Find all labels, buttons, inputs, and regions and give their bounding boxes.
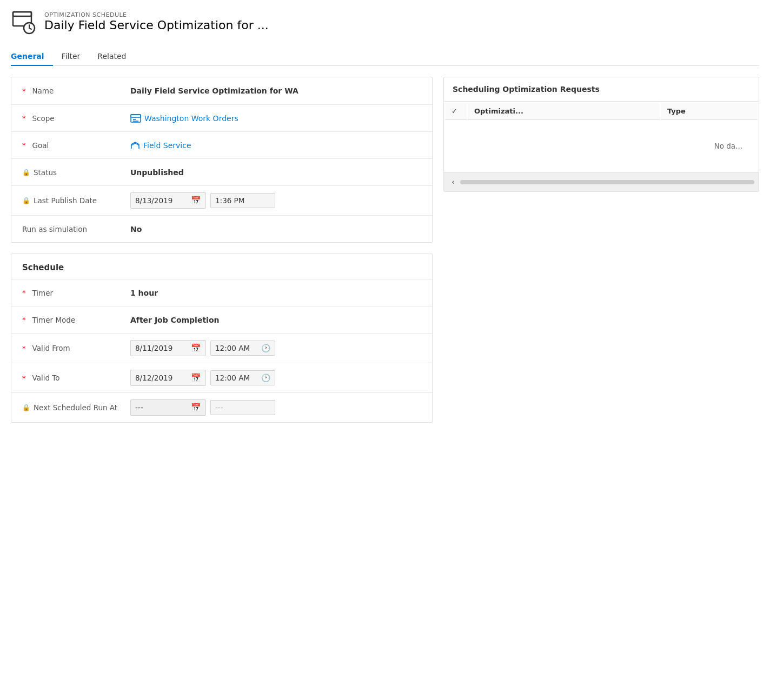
field-row-valid-from: * Valid From 8/11/2019 📅 12:00 AM 🕐 (11, 333, 432, 363)
field-value-last-publish: 8/13/2019 📅 1:36 PM (130, 192, 421, 209)
header-title: Daily Field Service Optimization for ... (44, 18, 269, 32)
right-panel: Scheduling Optimization Requests ✓ Optim… (443, 77, 759, 192)
no-data-message: No da... (452, 125, 751, 166)
optimization-requests-table: ✓ Optimizati... Type No da... (444, 102, 759, 172)
calendar-icon-valid-to: 📅 (191, 373, 201, 383)
page-header: OPTIMIZATION SCHEDULE Daily Field Servic… (11, 9, 759, 35)
field-value-timer-mode: After Job Completion (130, 316, 421, 324)
field-label-valid-from: * Valid From (22, 344, 130, 352)
field-label-goal: * Goal (22, 141, 130, 150)
optimization-schedule-icon (11, 9, 37, 35)
right-panel-title: Scheduling Optimization Requests (444, 77, 759, 102)
field-label-name: * Name (22, 86, 130, 95)
col-header-type[interactable]: Type (661, 103, 758, 120)
field-value-name: Daily Field Service Optimization for WA (130, 86, 421, 95)
time-input-valid-from[interactable]: 12:00 AM 🕐 (210, 341, 275, 356)
time-text-publish: 1:36 PM (215, 196, 270, 205)
datetime-group-next-run: --- 📅 --- (130, 399, 421, 416)
field-label-simulation: Run as simulation (22, 225, 130, 234)
time-text-next-run: --- (215, 403, 270, 412)
lock-icon-status: 🔒 (22, 169, 30, 176)
time-input-next-run[interactable]: --- (210, 400, 275, 415)
header-text-block: OPTIMIZATION SCHEDULE Daily Field Servic… (44, 11, 269, 32)
tab-bar: General Filter Related (11, 48, 759, 66)
clock-icon-valid-from: 🕐 (261, 344, 270, 352)
date-input-publish[interactable]: 8/13/2019 📅 (130, 192, 206, 209)
date-text-publish: 8/13/2019 (135, 196, 191, 205)
field-label-scope: * Scope (22, 114, 130, 123)
left-column: * Name Daily Field Service Optimization … (11, 77, 433, 423)
time-text-valid-to: 12:00 AM (215, 374, 261, 382)
field-row-name: * Name Daily Field Service Optimization … (11, 77, 432, 104)
time-text-valid-from: 12:00 AM (215, 344, 261, 352)
field-row-timer-mode: * Timer Mode After Job Completion (11, 306, 432, 333)
horizontal-scrollbar[interactable] (460, 180, 754, 184)
field-label-next-run: 🔒 Next Scheduled Run At (22, 403, 130, 412)
field-value-status: Unpublished (130, 168, 421, 177)
calendar-icon-valid-from: 📅 (191, 343, 201, 353)
required-name: * (22, 87, 26, 95)
field-row-simulation: Run as simulation No (11, 215, 432, 242)
col-header-optimizati[interactable]: Optimizati... (468, 103, 660, 120)
schedule-card: Schedule * Timer 1 hour * Timer Mode Aft… (11, 254, 433, 423)
date-input-valid-to[interactable]: 8/12/2019 📅 (130, 370, 206, 386)
field-row-goal: * Goal Field Service (11, 131, 432, 158)
calendar-icon-next-run: 📅 (191, 403, 201, 412)
clock-icon-valid-to: 🕐 (261, 374, 270, 382)
calendar-icon-publish: 📅 (191, 196, 201, 205)
date-text-valid-to: 8/12/2019 (135, 374, 191, 382)
general-card: * Name Daily Field Service Optimization … (11, 77, 433, 243)
svg-rect-5 (131, 115, 141, 117)
field-row-timer: * Timer 1 hour (11, 279, 432, 306)
tab-general[interactable]: General (11, 48, 53, 66)
field-value-next-run: --- 📅 --- (130, 399, 421, 416)
field-label-valid-to: * Valid To (22, 374, 130, 382)
field-value-goal[interactable]: Field Service (130, 141, 421, 150)
field-row-status: 🔒 Status Unpublished (11, 158, 432, 185)
date-input-next-run[interactable]: --- 📅 (130, 399, 206, 416)
field-label-status: 🔒 Status (22, 168, 130, 177)
date-input-valid-from[interactable]: 8/11/2019 📅 (130, 340, 206, 356)
tab-filter[interactable]: Filter (53, 48, 89, 66)
scroll-left-button[interactable]: ‹ (448, 176, 458, 188)
field-value-valid-from: 8/11/2019 📅 12:00 AM 🕐 (130, 340, 421, 356)
goal-icon (130, 141, 140, 150)
right-column: Scheduling Optimization Requests ✓ Optim… (443, 77, 759, 192)
tab-related[interactable]: Related (89, 48, 135, 66)
field-value-valid-to: 8/12/2019 📅 12:00 AM 🕐 (130, 370, 421, 386)
content-layout: * Name Daily Field Service Optimization … (11, 77, 759, 423)
time-input-valid-to[interactable]: 12:00 AM 🕐 (210, 370, 275, 385)
datetime-group-publish: 8/13/2019 📅 1:36 PM (130, 192, 421, 209)
field-value-simulation: No (130, 225, 421, 234)
scope-link-icon (130, 114, 141, 123)
field-value-timer: 1 hour (130, 289, 421, 297)
datetime-group-valid-to: 8/12/2019 📅 12:00 AM 🕐 (130, 370, 421, 386)
field-label-timer: * Timer (22, 289, 130, 297)
field-label-timer-mode: * Timer Mode (22, 316, 130, 324)
field-label-last-publish: 🔒 Last Publish Date (22, 196, 130, 205)
header-subtitle: OPTIMIZATION SCHEDULE (44, 11, 269, 18)
field-row-valid-to: * Valid To 8/12/2019 📅 12:00 AM 🕐 (11, 363, 432, 392)
date-text-valid-from: 8/11/2019 (135, 344, 191, 352)
lock-icon-next-run: 🔒 (22, 404, 30, 411)
svg-rect-1 (13, 12, 31, 16)
right-panel-footer: ‹ (444, 172, 759, 191)
col-header-check[interactable]: ✓ (445, 103, 467, 120)
lock-icon-publish: 🔒 (22, 197, 30, 204)
date-text-next-run: --- (135, 403, 191, 412)
datetime-group-valid-from: 8/11/2019 📅 12:00 AM 🕐 (130, 340, 421, 356)
field-row-scope: * Scope Washington Work Orders (11, 104, 432, 131)
field-value-scope[interactable]: Washington Work Orders (130, 114, 421, 123)
field-row-last-publish: 🔒 Last Publish Date 8/13/2019 📅 1:36 PM (11, 185, 432, 215)
field-row-next-run: 🔒 Next Scheduled Run At --- 📅 --- (11, 392, 432, 422)
schedule-title: Schedule (11, 254, 432, 279)
time-input-publish[interactable]: 1:36 PM (210, 193, 275, 208)
